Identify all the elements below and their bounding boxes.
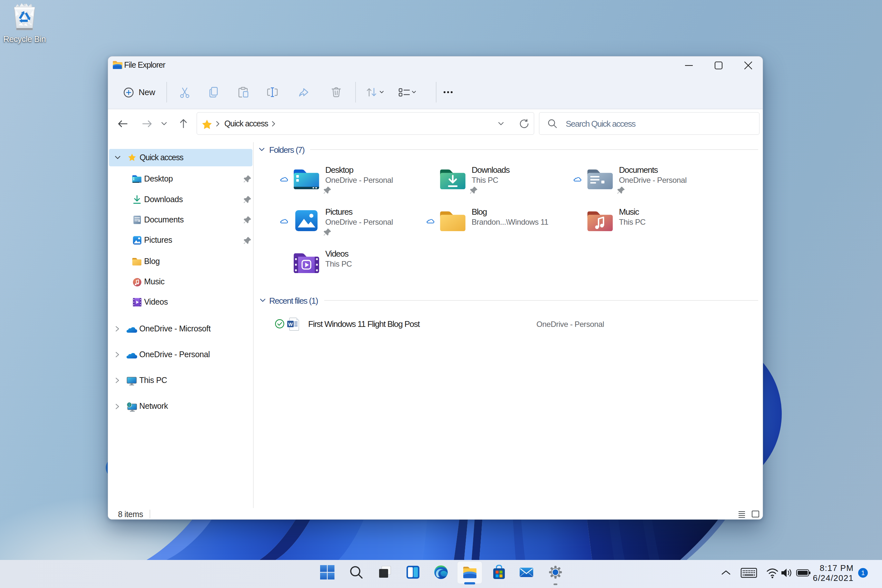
svg-text:W: W [288, 321, 293, 327]
